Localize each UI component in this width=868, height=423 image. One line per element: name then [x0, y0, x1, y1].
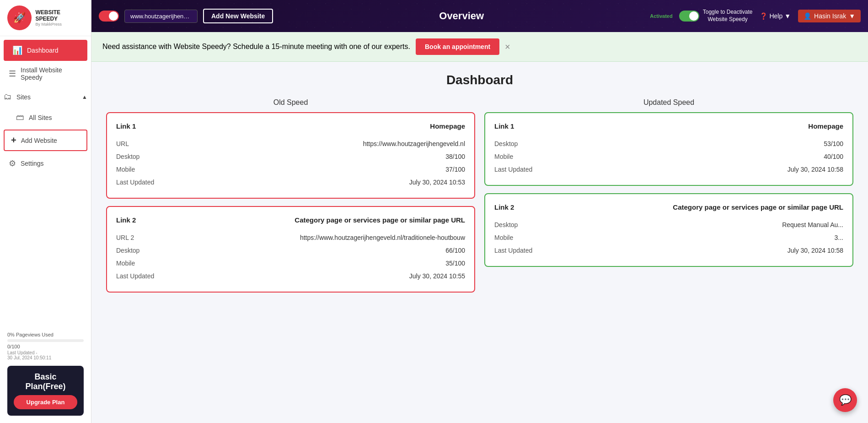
website-selector[interactable]: www.houtzagerijhengev...	[124, 10, 198, 23]
help-button[interactable]: ❓ Help ▼	[760, 12, 791, 20]
last-updated-info: Last Updated - 30 Jul, 2024 10:50:11	[7, 350, 84, 360]
all-sites-icon: 🗃	[16, 113, 24, 122]
updated-card-1-lastupdated-row: Last Updated July 30, 2024 10:58	[494, 163, 843, 176]
old-card-1-desktop-value: 38/100	[445, 153, 465, 160]
old-card-2-link-label: Link 2	[116, 216, 136, 224]
updated-card-1-mobile-value: 40/100	[824, 153, 843, 160]
sidebar-item-dashboard[interactable]: 📊 Dashboard	[4, 40, 87, 61]
updated-card-1-link-label: Link 1	[494, 122, 514, 130]
topbar-right: Activated Toggle to Deactivate Website S…	[650, 9, 861, 23]
top-toggle-switch[interactable]	[99, 11, 119, 22]
old-card-2-desktop-value: 66/100	[445, 247, 465, 254]
help-chevron-icon: ▼	[784, 12, 791, 20]
updated-card-2-lastupdated-row: Last Updated July 30, 2024 10:58	[494, 244, 843, 257]
old-card-2-lastupdated-label: Last Updated	[116, 272, 154, 280]
pageviews-count: 0/100	[7, 344, 84, 349]
updated-card-1-lastupdated-value: July 30, 2024 10:58	[788, 166, 843, 173]
sidebar-item-dashboard-label: Dashboard	[27, 47, 59, 54]
updated-card-2-header: Link 2 Category page or services page or…	[494, 203, 843, 211]
old-card-2-lastupdated-row: Last Updated July 30, 2024 10:55	[116, 270, 465, 282]
old-card-2-mobile-row: Mobile 35/100	[116, 257, 465, 270]
upgrade-plan-button[interactable]: Upgrade Plan	[14, 395, 77, 409]
old-card-1-lastupdated-row: Last Updated July 30, 2024 10:53	[116, 176, 465, 189]
sidebar-item-sites[interactable]: 🗂 Sites ▲	[0, 87, 91, 107]
assistance-banner: Need assistance with Website Speedy? Sch…	[91, 32, 868, 62]
logo-icon: 🚀	[7, 5, 32, 30]
last-updated-value: 30 Jul, 2024 10:50:11	[7, 355, 51, 360]
sidebar-item-sites-label: Sites	[16, 93, 31, 101]
toggle-thumb	[109, 11, 118, 21]
sidebar-item-install[interactable]: ☰ Install Website Speedy	[0, 61, 91, 87]
old-card-1-lastupdated-label: Last Updated	[116, 179, 154, 186]
add-new-website-button[interactable]: Add New Website	[203, 9, 273, 23]
old-card-2-desktop-label: Desktop	[116, 247, 139, 254]
banner-close-button[interactable]: ×	[505, 42, 510, 52]
help-label: Help	[769, 12, 782, 20]
dashboard-icon: 📊	[12, 45, 22, 55]
sidebar-item-all-sites[interactable]: 🗃 All Sites	[0, 107, 91, 128]
old-card-1-mobile-label: Mobile	[116, 166, 135, 173]
sidebar-item-settings[interactable]: ⚙ Settings	[0, 153, 91, 174]
old-card-1-link-label: Link 1	[116, 122, 136, 130]
old-card-2-mobile-label: Mobile	[116, 260, 135, 267]
old-speed-header: Old Speed	[106, 98, 475, 107]
activated-label: Activated	[650, 13, 673, 19]
updated-card-2-desktop-row: Desktop Request Manual Au...	[494, 218, 843, 231]
page-title: Dashboard	[106, 73, 853, 87]
chat-icon: 💬	[839, 394, 852, 406]
topbar: www.houtzagerijhengev... Add New Website…	[91, 0, 868, 32]
old-card-1-lastupdated-value: July 30, 2024 10:53	[409, 179, 465, 186]
toggle-deactivate-label: Toggle to Deactivate Website Speedy	[703, 9, 753, 23]
old-card-1-desktop-row: Desktop 38/100	[116, 150, 465, 163]
old-speed-column: Old Speed Link 1 Homepage URL https://ww…	[106, 98, 475, 300]
old-card-1-header: Link 1 Homepage	[116, 122, 465, 130]
updated-speed-column: Updated Speed Link 1 Homepage Desktop 53…	[484, 98, 853, 300]
old-card-1-mobile-value: 37/100	[445, 166, 465, 173]
sidebar-footer: 0% Pageviews Used 0/100 Last Updated - 3…	[0, 325, 91, 423]
updated-card-1-desktop-value: 53/100	[824, 140, 843, 147]
old-speed-card-2: Link 2 Category page or services page or…	[106, 206, 475, 293]
page-content: Dashboard Old Speed Link 1 Homepage URL …	[91, 62, 868, 311]
plan-box: Basic Plan(Free) Upgrade Plan	[7, 366, 84, 416]
logo-sub: By MakkPress	[35, 22, 84, 27]
banner-text: Need assistance with Website Speedy? Sch…	[102, 43, 410, 51]
user-icon: 👤	[804, 12, 811, 20]
dashboard-grid: Old Speed Link 1 Homepage URL https://ww…	[106, 98, 853, 300]
add-website-icon: +	[11, 135, 16, 146]
old-card-1-page-type: Homepage	[430, 122, 465, 130]
book-appointment-button[interactable]: Book an appointment	[416, 38, 499, 55]
user-chevron-icon: ▼	[849, 12, 855, 20]
sidebar-item-add-website-label: Add Website	[21, 137, 57, 144]
deactivate-toggle-thumb	[689, 11, 698, 21]
old-card-1-desktop-label: Desktop	[116, 153, 139, 160]
user-menu-button[interactable]: 👤 Hasin Israk ▼	[798, 10, 861, 22]
updated-card-2-link-label: Link 2	[494, 203, 514, 211]
main-area: www.houtzagerijhengev... Add New Website…	[91, 0, 868, 423]
pageviews-progress-bar	[7, 339, 84, 342]
old-card-2-desktop-row: Desktop 66/100	[116, 244, 465, 257]
updated-card-2-mobile-label: Mobile	[494, 234, 513, 241]
sidebar-item-add-website[interactable]: + Add Website	[4, 130, 87, 151]
updated-card-2-desktop-label: Desktop	[494, 221, 518, 228]
old-speed-card-1: Link 1 Homepage URL https://www.houtzage…	[106, 112, 475, 199]
pageviews-label: 0% Pageviews Used	[7, 332, 84, 337]
old-card-1-url-label: URL	[116, 140, 129, 147]
updated-card-2-lastupdated-label: Last Updated	[494, 247, 532, 254]
sites-icon: 🗂	[4, 92, 12, 102]
updated-speed-card-1: Link 1 Homepage Desktop 53/100 Mobile 40…	[484, 112, 853, 186]
sidebar: 🚀 WEBSITE SPEEDY By MakkPress 📊 Dashboar…	[0, 0, 91, 423]
updated-card-1-desktop-row: Desktop 53/100	[494, 137, 843, 150]
updated-card-1-mobile-row: Mobile 40/100	[494, 150, 843, 163]
help-circle-icon: ❓	[760, 12, 767, 20]
sidebar-item-all-sites-label: All Sites	[29, 114, 52, 121]
deactivate-toggle[interactable]	[679, 11, 699, 22]
old-card-2-url-label: URL 2	[116, 234, 134, 241]
updated-speed-card-2: Link 2 Category page or services page or…	[484, 193, 853, 267]
old-card-2-lastupdated-value: July 30, 2024 10:55	[409, 272, 465, 280]
sidebar-logo: 🚀 WEBSITE SPEEDY By MakkPress	[0, 0, 91, 36]
plan-title: Basic Plan(Free)	[14, 372, 77, 391]
sidebar-item-settings-label: Settings	[21, 160, 44, 167]
old-card-1-url-row: URL https://www.houtzagerijhengeveld.nl	[116, 137, 465, 150]
old-card-2-header: Link 2 Category page or services page or…	[116, 216, 465, 224]
chat-bubble-button[interactable]: 💬	[833, 388, 857, 412]
